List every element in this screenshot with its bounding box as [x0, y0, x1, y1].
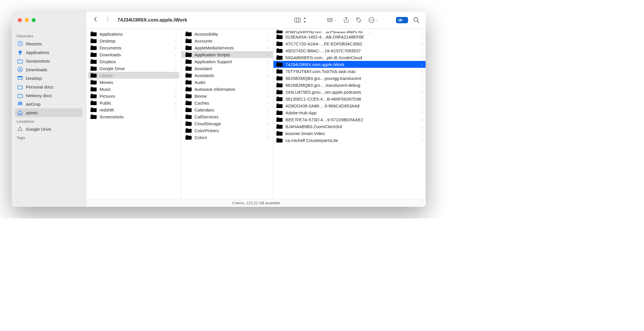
- close-button[interactable]: [18, 18, 22, 22]
- folder-row[interactable]: Accessibility›: [181, 30, 273, 37]
- folder-name: Applications: [100, 32, 172, 36]
- svg-rect-0: [295, 18, 300, 22]
- folder-row[interactable]: Documents›: [86, 44, 181, 51]
- folder-name: AD8DD439-2A88-…9-966C4D953AA8: [285, 103, 419, 108]
- folder-row[interactable]: CloudStorage›: [181, 120, 273, 127]
- folder-icon: [276, 48, 283, 53]
- folder-row[interactable]: boomer.Smart-Video›: [273, 130, 426, 137]
- folder-row[interactable]: 59GAB85EFG.com…ple.dt.XcodeCloud›: [273, 54, 426, 61]
- folder-row[interactable]: Pictures›: [86, 93, 181, 99]
- chevron-right-icon: ›: [267, 66, 268, 71]
- folder-row[interactable]: AppleMediaServices›: [181, 44, 273, 51]
- sidebar-item-desktop[interactable]: Desktop: [15, 74, 83, 82]
- sidebar-item-label: AirDrop: [26, 102, 41, 107]
- folder-row[interactable]: Assistants›: [181, 72, 273, 79]
- forward-button[interactable]: [104, 17, 112, 23]
- view-columns-button[interactable]: [293, 16, 309, 24]
- folder-row[interactable]: 98JSB2MQB3.gro…youngg.translucent›: [273, 75, 426, 82]
- folder-row[interactable]: 98JSB2MQB3.gro….translucent-debug›: [273, 82, 426, 88]
- chevron-right-icon: ›: [267, 94, 268, 98]
- folder-row[interactable]: Movies›: [86, 79, 181, 86]
- chevron-right-icon: ›: [175, 53, 176, 57]
- action-menu-button[interactable]: ⌄: [367, 16, 379, 24]
- column-view: Applications›Desktop›Documents›Downloads…: [86, 29, 426, 199]
- folder-row[interactable]: ca.michelf.CounterpartsLite›: [273, 137, 426, 144]
- folder-row[interactable]: BJ4HAAB9B3.ZoomClient3rd›: [273, 123, 426, 130]
- folder-name: 243LU875E5.grou…om.apple.podcasts: [285, 90, 419, 95]
- folder-row[interactable]: Calendars›: [181, 106, 273, 113]
- folder-row[interactable]: 49D2742C-B8AC-…19-A197C7093537›: [273, 47, 426, 54]
- column-2[interactable]: Accessibility›Accounts›AppleMediaService…: [181, 29, 273, 199]
- chevron-right-icon: ›: [267, 46, 268, 50]
- folder-row[interactable]: ColorPickers›: [181, 127, 273, 134]
- folder-row[interactable]: Applications›: [86, 30, 181, 37]
- folder-row[interactable]: Colors›: [181, 134, 273, 141]
- folder-row[interactable]: 58135EC1-CCE5-4…B-466F59287D38›: [273, 95, 426, 102]
- folder-icon: [185, 107, 192, 112]
- folder-row[interactable]: Accounts›: [181, 37, 273, 44]
- share-button[interactable]: [342, 16, 350, 24]
- quicklook-button[interactable]: ⌄: [396, 17, 408, 23]
- folder-icon: [185, 80, 192, 85]
- folder-row[interactable]: BEE7FE7A-573D-4…9-571D9BDFAAE2›: [273, 116, 426, 123]
- folder-icon: [185, 38, 192, 43]
- folder-row[interactable]: 74J34U3R6X.com.apple.iWork›: [273, 61, 426, 68]
- folder-row[interactable]: 8DRG4XB37M.gro…acCleaner-PRO-Sli…›: [273, 29, 374, 33]
- folder-icon: [276, 69, 283, 74]
- sidebar-item-nektony-docs[interactable]: Nektony docs: [15, 91, 83, 100]
- folder-row[interactable]: Autosave Information›: [181, 86, 273, 93]
- folder-row[interactable]: Music›: [86, 86, 181, 93]
- folder-row[interactable]: 75TY9UT8AY.com.TickTick.task.mac›: [273, 68, 426, 75]
- folder-row[interactable]: Public›: [86, 99, 181, 106]
- folder-row[interactable]: Library›: [88, 72, 179, 79]
- folder-row[interactable]: 243LU875E5.grou…om.apple.podcasts›: [273, 88, 426, 95]
- folder-row[interactable]: Assistant›: [181, 65, 273, 72]
- chevron-right-icon: ›: [175, 115, 176, 119]
- folder-row[interactable]: Dropbox›: [86, 58, 181, 65]
- folder-row[interactable]: Screenshots›: [86, 113, 181, 120]
- sidebar-item-downloads[interactable]: Downloads: [15, 65, 83, 74]
- folder-row[interactable]: CallServices›: [181, 113, 273, 120]
- sidebar-item-airdrop[interactable]: AirDrop: [15, 100, 83, 108]
- folder-row[interactable]: Biome›: [181, 93, 273, 99]
- folder-row[interactable]: Application Support›: [181, 58, 273, 65]
- folder-name: Assistants: [195, 73, 264, 78]
- sidebar-item-applications[interactable]: Applications: [15, 48, 83, 57]
- sidebar-item-google-drive[interactable]: Google Drive: [15, 125, 83, 133]
- folder-row[interactable]: Adobe-Hub-App›: [273, 109, 426, 116]
- folder-row[interactable]: Application Scripts›: [181, 51, 273, 58]
- chevron-right-icon: ›: [267, 73, 268, 78]
- search-button[interactable]: [412, 16, 421, 24]
- column-1[interactable]: Applications›Desktop›Documents›Downloads…: [86, 29, 181, 199]
- folder-icon: [276, 103, 283, 108]
- status-text: 0 items, 222,22 GB available: [232, 201, 280, 205]
- folder-row[interactable]: Desktop›: [86, 37, 181, 44]
- folder-row[interactable]: Caches›: [181, 99, 273, 106]
- sidebar-item-admin[interactable]: admin: [15, 108, 83, 117]
- folder-row[interactable]: Audio›: [181, 79, 273, 86]
- folder-name: Public: [100, 101, 172, 105]
- folder-row[interactable]: 013EAA5A-1452-4…AB-D9FA2148EF6E›: [273, 33, 426, 40]
- sidebar-item-recents[interactable]: Recents: [15, 39, 83, 48]
- folder-row[interactable]: Downloads›: [86, 51, 181, 58]
- sidebar-item-label: Recents: [26, 41, 42, 46]
- zoom-button[interactable]: [32, 18, 36, 22]
- chevron-right-icon: ›: [267, 115, 268, 119]
- minimize-button[interactable]: [25, 18, 29, 22]
- svg-point-13: [400, 19, 401, 21]
- folder-row[interactable]: Google Drive›: [86, 65, 181, 72]
- column-3[interactable]: 8DRG4XB37M.gro…acCleaner-PRO-Sli…›013EAA…: [273, 29, 426, 199]
- folder-name: 98JSB2MQB3.gro…youngg.translucent: [285, 76, 419, 81]
- sidebar-item-personal-docs[interactable]: Personal docs: [15, 82, 83, 91]
- folder-row[interactable]: redshift›: [86, 106, 181, 113]
- sidebar-item-label: Desktop: [26, 76, 42, 81]
- sidebar-item-label: Personal docs: [26, 84, 53, 89]
- folder-row[interactable]: 47C7C720-A2A4-…FE-EDF0B34C3562›: [273, 40, 426, 47]
- svg-rect-4: [329, 18, 331, 20]
- tags-button[interactable]: [355, 16, 363, 24]
- sidebar-item-screenshots[interactable]: Screenshots: [15, 57, 83, 65]
- back-button[interactable]: [92, 17, 100, 23]
- folder-row[interactable]: AD8DD439-2A88-…9-966C4D953AA8›: [273, 102, 426, 109]
- folder-name: Screenshots: [100, 114, 172, 119]
- group-by-button[interactable]: ⌄: [326, 16, 338, 24]
